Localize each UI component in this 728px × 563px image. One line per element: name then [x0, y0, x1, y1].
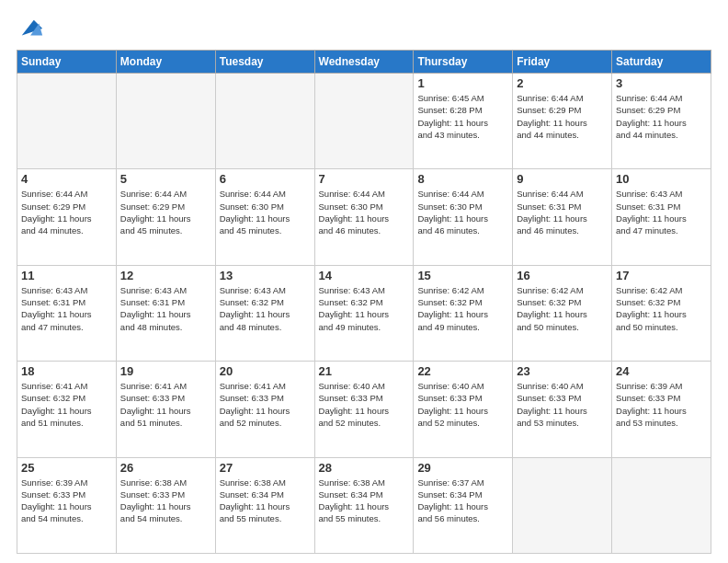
calendar-cell: 13Sunrise: 6:43 AMSunset: 6:32 PMDayligh… — [215, 265, 314, 361]
calendar-cell: 12Sunrise: 6:43 AMSunset: 6:31 PMDayligh… — [116, 265, 215, 361]
day-number: 4 — [21, 172, 112, 186]
day-number: 10 — [616, 172, 707, 186]
calendar-cell: 7Sunrise: 6:44 AMSunset: 6:30 PMDaylight… — [314, 169, 414, 265]
day-number: 7 — [319, 172, 410, 186]
calendar-week-4: 18Sunrise: 6:41 AMSunset: 6:32 PMDayligh… — [17, 362, 711, 457]
day-number: 29 — [417, 461, 508, 475]
day-info: Sunrise: 6:44 AMSunset: 6:29 PMDaylight:… — [616, 92, 707, 141]
calendar-cell — [17, 74, 117, 169]
day-info: Sunrise: 6:43 AMSunset: 6:32 PMDaylight:… — [319, 284, 410, 333]
day-number: 25 — [21, 461, 112, 475]
calendar-cell: 21Sunrise: 6:40 AMSunset: 6:33 PMDayligh… — [314, 362, 414, 457]
day-number: 2 — [517, 76, 608, 90]
calendar-week-1: 1Sunrise: 6:45 AMSunset: 6:28 PMDaylight… — [17, 74, 711, 169]
day-number: 19 — [120, 364, 211, 378]
day-info: Sunrise: 6:44 AMSunset: 6:31 PMDaylight:… — [517, 188, 608, 236]
day-info: Sunrise: 6:44 AMSunset: 6:30 PMDaylight:… — [319, 188, 410, 236]
day-info: Sunrise: 6:38 AMSunset: 6:34 PMDaylight:… — [319, 477, 410, 525]
weekday-header-wednesday: Wednesday — [314, 51, 414, 74]
weekday-header-sunday: Sunday — [17, 51, 117, 74]
day-info: Sunrise: 6:44 AMSunset: 6:29 PMDaylight:… — [120, 188, 211, 236]
weekday-header-tuesday: Tuesday — [215, 51, 314, 74]
calendar-cell: 2Sunrise: 6:44 AMSunset: 6:29 PMDaylight… — [513, 74, 612, 169]
day-info: Sunrise: 6:41 AMSunset: 6:33 PMDaylight:… — [120, 380, 211, 429]
day-info: Sunrise: 6:44 AMSunset: 6:29 PMDaylight:… — [517, 92, 608, 141]
day-number: 8 — [417, 172, 508, 186]
day-number: 18 — [21, 364, 112, 378]
calendar-cell: 27Sunrise: 6:38 AMSunset: 6:34 PMDayligh… — [215, 457, 314, 553]
weekday-header-row: SundayMondayTuesdayWednesdayThursdayFrid… — [17, 51, 711, 74]
day-info: Sunrise: 6:37 AMSunset: 6:34 PMDaylight:… — [417, 477, 508, 525]
calendar-week-5: 25Sunrise: 6:39 AMSunset: 6:33 PMDayligh… — [17, 457, 711, 553]
calendar-cell: 11Sunrise: 6:43 AMSunset: 6:31 PMDayligh… — [17, 265, 117, 361]
day-number: 6 — [220, 172, 311, 186]
day-info: Sunrise: 6:40 AMSunset: 6:33 PMDaylight:… — [517, 380, 608, 429]
day-number: 11 — [21, 269, 112, 282]
weekday-header-thursday: Thursday — [414, 51, 513, 74]
calendar-cell — [215, 74, 314, 169]
day-number: 26 — [120, 461, 211, 475]
day-info: Sunrise: 6:43 AMSunset: 6:31 PMDaylight:… — [21, 284, 112, 333]
calendar-cell: 1Sunrise: 6:45 AMSunset: 6:28 PMDaylight… — [414, 74, 513, 169]
calendar-cell: 9Sunrise: 6:44 AMSunset: 6:31 PMDaylight… — [513, 169, 612, 265]
calendar-cell: 25Sunrise: 6:39 AMSunset: 6:33 PMDayligh… — [17, 457, 117, 553]
weekday-header-saturday: Saturday — [612, 51, 711, 74]
day-info: Sunrise: 6:41 AMSunset: 6:33 PMDaylight:… — [220, 380, 311, 429]
calendar-cell: 20Sunrise: 6:41 AMSunset: 6:33 PMDayligh… — [215, 362, 314, 457]
weekday-header-monday: Monday — [116, 51, 215, 74]
day-info: Sunrise: 6:40 AMSunset: 6:33 PMDaylight:… — [417, 380, 508, 429]
calendar-cell: 23Sunrise: 6:40 AMSunset: 6:33 PMDayligh… — [513, 362, 612, 457]
day-number: 21 — [319, 364, 410, 378]
calendar-table: SundayMondayTuesdayWednesdayThursdayFrid… — [17, 50, 711, 554]
calendar-cell: 14Sunrise: 6:43 AMSunset: 6:32 PMDayligh… — [314, 265, 414, 361]
day-number: 14 — [319, 269, 410, 282]
day-number: 20 — [220, 364, 311, 378]
calendar-cell: 16Sunrise: 6:42 AMSunset: 6:32 PMDayligh… — [513, 265, 612, 361]
calendar-cell: 4Sunrise: 6:44 AMSunset: 6:29 PMDaylight… — [17, 169, 117, 265]
day-info: Sunrise: 6:43 AMSunset: 6:32 PMDaylight:… — [220, 284, 311, 333]
calendar-cell: 18Sunrise: 6:41 AMSunset: 6:32 PMDayligh… — [17, 362, 117, 457]
day-info: Sunrise: 6:38 AMSunset: 6:33 PMDaylight:… — [120, 477, 211, 525]
day-info: Sunrise: 6:42 AMSunset: 6:32 PMDaylight:… — [616, 284, 707, 333]
calendar-cell: 24Sunrise: 6:39 AMSunset: 6:33 PMDayligh… — [612, 362, 711, 457]
calendar-cell — [116, 74, 215, 169]
logo-icon — [18, 17, 44, 42]
day-number: 24 — [616, 364, 707, 378]
day-number: 27 — [220, 461, 311, 475]
logo — [17, 17, 44, 42]
calendar-cell — [513, 457, 612, 553]
day-number: 16 — [517, 269, 608, 282]
calendar-cell: 22Sunrise: 6:40 AMSunset: 6:33 PMDayligh… — [414, 362, 513, 457]
calendar-cell: 10Sunrise: 6:43 AMSunset: 6:31 PMDayligh… — [612, 169, 711, 265]
day-info: Sunrise: 6:40 AMSunset: 6:33 PMDaylight:… — [319, 380, 410, 429]
day-number: 12 — [120, 269, 211, 282]
calendar-cell: 19Sunrise: 6:41 AMSunset: 6:33 PMDayligh… — [116, 362, 215, 457]
day-info: Sunrise: 6:41 AMSunset: 6:32 PMDaylight:… — [21, 380, 112, 429]
calendar-cell: 5Sunrise: 6:44 AMSunset: 6:29 PMDaylight… — [116, 169, 215, 265]
calendar-cell — [612, 457, 711, 553]
day-number: 3 — [616, 76, 707, 90]
header — [17, 17, 711, 42]
day-info: Sunrise: 6:44 AMSunset: 6:30 PMDaylight:… — [220, 188, 311, 236]
calendar-cell: 8Sunrise: 6:44 AMSunset: 6:30 PMDaylight… — [414, 169, 513, 265]
day-info: Sunrise: 6:39 AMSunset: 6:33 PMDaylight:… — [616, 380, 707, 429]
day-info: Sunrise: 6:44 AMSunset: 6:30 PMDaylight:… — [417, 188, 508, 236]
calendar-week-3: 11Sunrise: 6:43 AMSunset: 6:31 PMDayligh… — [17, 265, 711, 361]
calendar-cell: 3Sunrise: 6:44 AMSunset: 6:29 PMDaylight… — [612, 74, 711, 169]
weekday-header-friday: Friday — [513, 51, 612, 74]
day-number: 28 — [319, 461, 410, 475]
calendar-cell: 15Sunrise: 6:42 AMSunset: 6:32 PMDayligh… — [414, 265, 513, 361]
day-info: Sunrise: 6:45 AMSunset: 6:28 PMDaylight:… — [417, 92, 508, 141]
day-info: Sunrise: 6:43 AMSunset: 6:31 PMDaylight:… — [120, 284, 211, 333]
calendar-week-2: 4Sunrise: 6:44 AMSunset: 6:29 PMDaylight… — [17, 169, 711, 265]
day-number: 15 — [417, 269, 508, 282]
calendar-cell: 6Sunrise: 6:44 AMSunset: 6:30 PMDaylight… — [215, 169, 314, 265]
day-number: 1 — [417, 76, 508, 90]
day-info: Sunrise: 6:39 AMSunset: 6:33 PMDaylight:… — [21, 477, 112, 525]
day-info: Sunrise: 6:44 AMSunset: 6:29 PMDaylight:… — [21, 188, 112, 236]
day-number: 13 — [220, 269, 311, 282]
day-info: Sunrise: 6:42 AMSunset: 6:32 PMDaylight:… — [517, 284, 608, 333]
calendar-cell — [314, 74, 414, 169]
calendar-cell: 29Sunrise: 6:37 AMSunset: 6:34 PMDayligh… — [414, 457, 513, 553]
day-info: Sunrise: 6:38 AMSunset: 6:34 PMDaylight:… — [220, 477, 311, 525]
